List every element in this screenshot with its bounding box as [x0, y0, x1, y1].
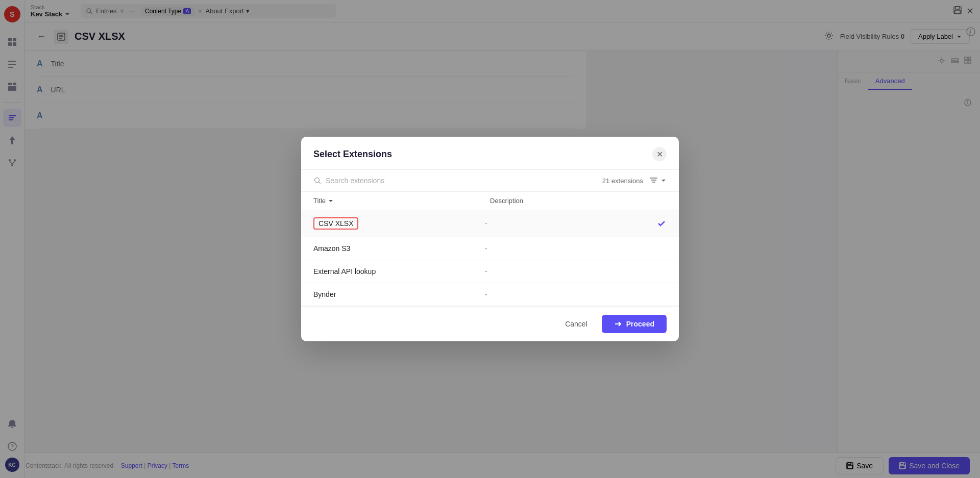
modal-footer: Cancel Proceed — [301, 306, 679, 341]
extension-title-amazon-s3: Amazon S3 — [313, 244, 485, 253]
cancel-button[interactable]: Cancel — [557, 316, 596, 332]
extension-desc-csv-xlsx: - — [485, 219, 656, 228]
svg-point-48 — [315, 178, 320, 183]
select-extensions-modal: Select Extensions ✕ 21 extensions Title … — [301, 137, 679, 341]
extension-title-bynder: Bynder — [313, 290, 485, 298]
modal-header: Select Extensions ✕ — [301, 137, 679, 170]
extension-check-csv-xlsx — [656, 219, 667, 228]
modal-search-area: 21 extensions — [301, 170, 679, 192]
proceed-button[interactable]: Proceed — [602, 315, 667, 333]
extensions-count: 21 extensions — [602, 177, 643, 185]
modal-title: Select Extensions — [313, 149, 392, 160]
extension-row-bynder[interactable]: Bynder - — [301, 283, 679, 306]
column-description: Description — [490, 197, 667, 205]
extension-desc-amazon-s3: - — [485, 244, 656, 253]
search-extensions-input[interactable] — [326, 177, 479, 185]
modal-close-button[interactable]: ✕ — [652, 147, 667, 161]
extension-title-external-api: External API lookup — [313, 267, 485, 275]
modal-search-input-wrapper — [313, 177, 602, 185]
extension-row-csv-xlsx[interactable]: CSV XLSX - — [301, 210, 679, 237]
table-header: Title Description — [301, 192, 679, 210]
modal-overlay[interactable]: Select Extensions ✕ 21 extensions Title … — [0, 0, 980, 478]
extension-row-external-api[interactable]: External API lookup - — [301, 260, 679, 283]
extension-title-csv-xlsx: CSV XLSX — [313, 217, 485, 230]
extension-desc-external-api: - — [485, 267, 656, 275]
extension-desc-bynder: - — [485, 290, 656, 298]
filter-icon[interactable] — [649, 176, 667, 185]
svg-line-49 — [319, 182, 321, 184]
column-title[interactable]: Title — [313, 197, 490, 205]
extension-row-amazon-s3[interactable]: Amazon S3 - — [301, 237, 679, 260]
